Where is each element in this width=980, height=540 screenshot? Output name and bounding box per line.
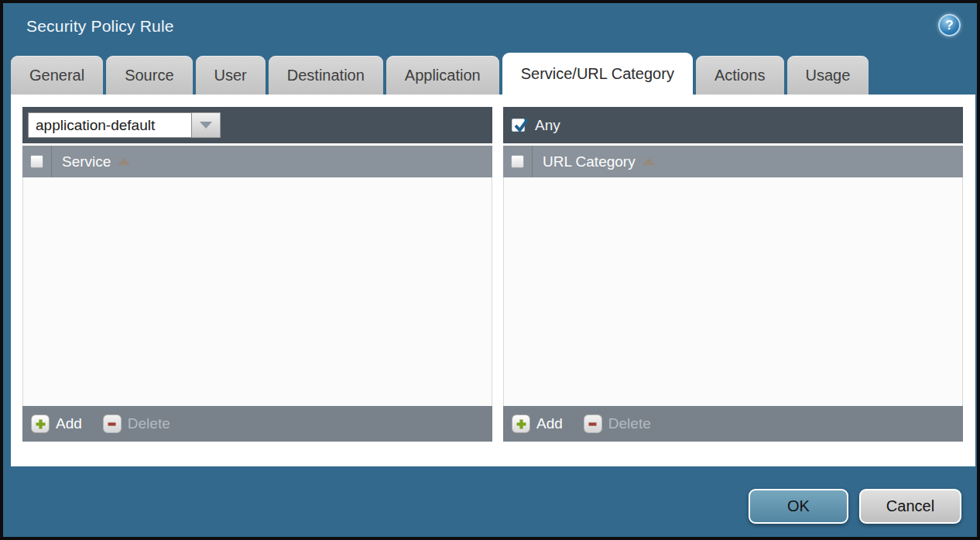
url-category-grid-header: URL Category: [503, 146, 963, 177]
add-button-label: Add: [536, 415, 563, 432]
url-category-add-button[interactable]: Add: [512, 414, 563, 433]
tab-user[interactable]: User: [196, 56, 266, 95]
service-delete-button[interactable]: Delete: [103, 414, 170, 433]
security-policy-rule-dialog: Security Policy Rule ? General Source Us…: [0, 0, 980, 540]
service-grid-header: Service: [22, 146, 492, 177]
tab-actions[interactable]: Actions: [696, 56, 784, 95]
add-plus-icon: [31, 414, 50, 433]
service-column-header[interactable]: Service: [62, 146, 130, 177]
sort-asc-icon: [642, 158, 655, 165]
sort-asc-icon: [118, 158, 130, 165]
url-category-list: [503, 177, 963, 406]
delete-minus-icon: [584, 414, 602, 433]
service-list: [22, 177, 492, 406]
service-select-all-checkbox[interactable]: [30, 155, 43, 168]
tab-content-area: application-default Service: [11, 95, 975, 466]
tab-bar: General Source User Destination Applicat…: [11, 56, 869, 95]
url-category-column-header[interactable]: URL Category: [543, 146, 655, 177]
url-category-select-all-checkbox[interactable]: [511, 155, 524, 168]
service-type-dropdown[interactable]: application-default: [28, 112, 221, 138]
checkmark-icon: [512, 116, 531, 135]
service-column-label: Service: [62, 153, 111, 170]
url-category-delete-button[interactable]: Delete: [584, 414, 651, 433]
tab-service-url-category[interactable]: Service/URL Category: [502, 53, 693, 95]
tab-application[interactable]: Application: [386, 56, 499, 95]
service-panel-footer: Add Delete: [22, 406, 492, 442]
help-icon[interactable]: ?: [938, 14, 961, 36]
url-category-panel-header: Any: [503, 107, 963, 143]
url-category-panel: Any URL Category Add: [503, 107, 963, 442]
service-type-dropdown-value[interactable]: application-default: [28, 112, 192, 138]
service-type-dropdown-button[interactable]: [192, 112, 221, 138]
any-label: Any: [535, 117, 560, 134]
tab-source[interactable]: Source: [106, 56, 192, 95]
add-button-label: Add: [56, 415, 82, 432]
delete-button-label: Delete: [128, 415, 170, 432]
dialog-title: Security Policy Rule: [26, 17, 174, 36]
tab-usage[interactable]: Usage: [787, 56, 869, 95]
url-category-header-checkbox-cell: [503, 146, 533, 177]
url-category-panel-footer: Add Delete: [503, 406, 963, 442]
tab-general[interactable]: General: [11, 56, 103, 95]
cancel-button[interactable]: Cancel: [859, 489, 961, 524]
delete-minus-icon: [103, 414, 122, 433]
service-panel-header: application-default: [22, 107, 492, 143]
tab-destination[interactable]: Destination: [269, 56, 383, 95]
chevron-down-icon: [200, 122, 212, 129]
service-header-checkbox-cell: [22, 146, 52, 177]
service-add-button[interactable]: Add: [31, 414, 82, 433]
any-checkbox[interactable]: [512, 119, 525, 132]
service-panel: application-default Service: [22, 107, 492, 442]
url-category-column-label: URL Category: [543, 153, 636, 170]
add-plus-icon: [512, 414, 530, 433]
any-row: Any: [509, 117, 560, 134]
ok-button[interactable]: OK: [749, 489, 848, 524]
delete-button-label: Delete: [608, 415, 651, 432]
